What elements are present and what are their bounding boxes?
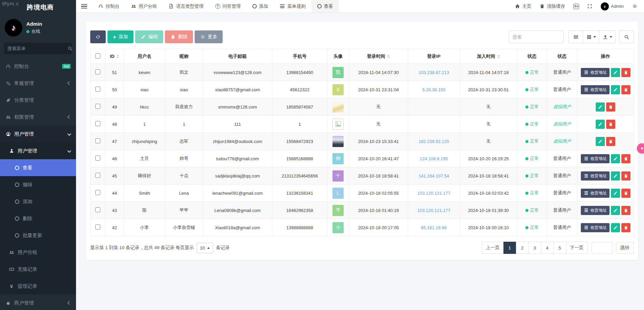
login-ip-link[interactable]: 5.28.38.155	[422, 87, 446, 92]
sidebar-item-用户管理[interactable]: 用户管理	[0, 125, 76, 142]
table-search-input[interactable]	[509, 30, 564, 43]
sort-icon[interactable]	[117, 55, 119, 58]
address-button[interactable]: 收货地址	[581, 189, 610, 198]
tab-查看[interactable]: 查看	[312, 0, 339, 13]
row-delete-button[interactable]	[606, 102, 615, 112]
address-button[interactable]: 收货地址	[581, 206, 610, 215]
sidebar-item-批量更新[interactable]: 批量更新	[0, 227, 76, 244]
row-edit-button[interactable]	[611, 68, 620, 77]
column-header-加入时间[interactable]: 加入时间	[460, 49, 517, 64]
sort-icon[interactable]	[387, 55, 390, 58]
row-checkbox[interactable]	[95, 207, 100, 212]
row-delete-button[interactable]	[606, 120, 615, 129]
login-ip-link[interactable]: 182.239.92.125	[419, 139, 449, 144]
row-checkbox[interactable]	[95, 138, 100, 143]
row-checkbox[interactable]	[95, 156, 100, 161]
row-checkbox[interactable]	[95, 121, 100, 126]
edit-button[interactable]: 编辑	[135, 30, 163, 43]
select-all-checkbox[interactable]	[95, 53, 100, 58]
login-ip-link[interactable]: 103.120.121.177	[417, 191, 450, 196]
page-button-1[interactable]: 1	[503, 242, 516, 254]
select-all-header[interactable]	[91, 49, 105, 64]
search-icon[interactable]	[67, 46, 73, 51]
login-ip-link[interactable]: 65.181.16.98	[421, 225, 447, 230]
sort-icon[interactable]	[497, 55, 500, 58]
next-page-button[interactable]: 下一页	[566, 242, 588, 254]
row-checkbox[interactable]	[95, 69, 100, 74]
toggle-view-button[interactable]	[568, 30, 583, 43]
column-header-ID[interactable]: ID	[105, 49, 124, 64]
page-size-select[interactable]: 10	[197, 243, 213, 253]
row-delete-button[interactable]	[621, 223, 630, 232]
row-delete-button[interactable]	[621, 189, 630, 198]
login-ip-link[interactable]: 103.120.121.177	[417, 208, 450, 213]
sidebar-item-添加[interactable]: 添加	[0, 193, 76, 210]
row-edit-button[interactable]	[611, 189, 620, 198]
address-button[interactable]: 收货地址	[581, 171, 610, 181]
row-checkbox[interactable]	[95, 104, 100, 109]
sidebar-item-商户管理[interactable]: 商户管理	[0, 294, 76, 310]
row-delete-button[interactable]	[621, 85, 630, 94]
page-button-3[interactable]: 3	[528, 242, 541, 254]
add-button[interactable]: + 添加	[107, 30, 133, 43]
row-edit-button[interactable]	[596, 102, 605, 112]
tab-用户分组[interactable]: 用户分组	[125, 0, 163, 13]
sidebar-item-常规管理[interactable]: 常规管理	[0, 75, 76, 92]
login-ip-link[interactable]: 124.108.6.195	[420, 156, 448, 161]
row-checkbox[interactable]	[95, 87, 100, 92]
page-button-5[interactable]: 5	[553, 242, 566, 254]
row-edit-button[interactable]	[611, 171, 620, 181]
row-delete-button[interactable]	[621, 206, 630, 215]
address-button[interactable]: 收货地址	[581, 85, 610, 94]
jump-button[interactable]: 跳转	[616, 242, 634, 254]
sidebar-search-input[interactable]	[7, 46, 67, 51]
jump-page-input[interactable]	[592, 242, 613, 254]
row-checkbox[interactable]	[95, 173, 100, 178]
row-checkbox[interactable]	[95, 224, 100, 230]
page-button-2[interactable]: 2	[516, 242, 529, 254]
row-delete-button[interactable]	[621, 68, 630, 77]
sidebar-item-用户管理[interactable]: 用户管理	[0, 142, 76, 159]
row-delete-button[interactable]	[606, 137, 615, 146]
sidebar-item-编辑[interactable]: 编辑	[0, 176, 76, 193]
more-button[interactable]: 更多	[195, 30, 223, 43]
row-edit-button[interactable]	[611, 154, 620, 163]
sidebar-item-控制台[interactable]: 控制台hot	[0, 58, 76, 75]
column-header-登录时间[interactable]: 登录时间	[349, 49, 408, 64]
tab-语言类型管理[interactable]: 语言类型管理	[163, 0, 209, 13]
address-button[interactable]: 收货地址	[581, 154, 610, 163]
row-edit-button[interactable]	[596, 137, 605, 146]
row-checkbox[interactable]	[95, 190, 100, 195]
sidebar-item-分类管理[interactable]: 分类管理	[0, 92, 76, 109]
prev-page-button[interactable]: 上一页	[482, 242, 504, 254]
columns-button[interactable]	[583, 30, 599, 43]
export-button[interactable]	[599, 30, 616, 43]
address-button[interactable]: 收货地址	[581, 68, 610, 77]
sidebar-item-用户分组[interactable]: 用户分组	[0, 244, 76, 261]
settings-button[interactable]	[628, 0, 641, 13]
sidebar-item-查看[interactable]: 查看	[0, 159, 76, 176]
address-button[interactable]: 收货地址	[581, 223, 610, 232]
tab-菜单规则[interactable]: 菜单规则	[274, 0, 312, 13]
hamburger-menu-button[interactable]	[76, 0, 92, 13]
tab-添加[interactable]: 添加	[247, 0, 274, 13]
refresh-button[interactable]	[90, 30, 106, 43]
sidebar-item-权限管理[interactable]: 权限管理	[0, 109, 76, 125]
page-button-4[interactable]: 4	[541, 242, 554, 254]
search-button[interactable]	[619, 30, 634, 43]
login-ip-link[interactable]: 141.164.107.54	[419, 173, 449, 178]
sidebar-item-提现记录[interactable]: ¥提现记录	[0, 278, 76, 294]
sidebar-item-删除[interactable]: 删除	[0, 210, 76, 227]
fullscreen-button[interactable]	[583, 0, 597, 13]
tab-控制台[interactable]: 控制台	[92, 0, 125, 13]
delete-button[interactable]: 删除	[165, 30, 193, 43]
language-button[interactable]: 文A	[569, 0, 583, 13]
row-edit-button[interactable]	[611, 223, 620, 232]
row-edit-button[interactable]	[611, 85, 620, 94]
clear-cache-link[interactable]: 清除缓存	[536, 0, 569, 13]
tab-问答管理[interactable]: ?问答管理	[209, 0, 247, 13]
row-edit-button[interactable]	[611, 206, 620, 215]
row-delete-button[interactable]	[621, 171, 630, 181]
row-delete-button[interactable]	[621, 154, 630, 163]
sidebar-item-充值记录[interactable]: 充值记录	[0, 261, 76, 278]
